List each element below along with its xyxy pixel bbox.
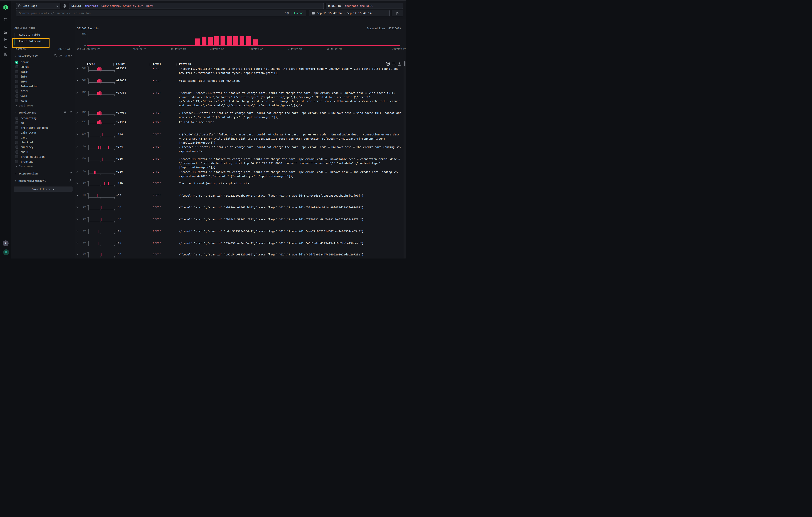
clear-all-filters-button[interactable]: Clear all — [58, 48, 72, 51]
chevron-right-icon[interactable] — [14, 172, 17, 175]
user-avatar[interactable]: U — [3, 249, 9, 255]
gear-icon[interactable] — [62, 4, 66, 8]
pattern-text[interactable]: The credit card (ending <*> expired on <… — [179, 181, 402, 186]
sql-mode-toggle[interactable]: SQL — [285, 11, 289, 15]
pin-icon[interactable] — [69, 172, 72, 175]
filter-option-ad[interactable]: ad — [15, 121, 24, 124]
analysis-mode-results-table[interactable]: Results Table — [19, 33, 40, 36]
checkbox[interactable] — [15, 61, 18, 64]
checkbox[interactable] — [15, 121, 18, 124]
checkbox[interactable] — [15, 155, 18, 158]
checkbox[interactable] — [15, 94, 18, 97]
filter-option-warn[interactable]: warn — [15, 94, 27, 97]
table-row[interactable]: 60~58error{"level":"error","span_id":"33… — [75, 241, 406, 245]
source-select[interactable]: Demo Logs — [16, 3, 60, 9]
filter-group-name[interactable]: ScopeVersion — [19, 172, 38, 175]
table-row[interactable]: 60~116errorThe credit card (ending <*> e… — [75, 181, 406, 185]
filter-option-cainjector[interactable]: cainjector — [15, 131, 36, 134]
checkbox[interactable] — [15, 70, 18, 73]
show-more-link[interactable]: Load more — [15, 104, 33, 107]
table-row[interactable]: 60~174error×{"code":13,"details":"failed… — [75, 145, 406, 149]
chevron-down-icon[interactable] — [14, 55, 17, 57]
filter-group-name[interactable]: ResourceSchemaUrl — [19, 179, 46, 182]
filter-option-artillery-loadgen[interactable]: artillery-loadgen — [15, 126, 48, 130]
checkbox[interactable] — [15, 75, 18, 78]
pattern-text[interactable]: Failed to place order — [179, 120, 402, 124]
pattern-text[interactable]: {"code":13,"details":"failed to charge c… — [179, 67, 402, 75]
filter-option-cart[interactable]: cart — [15, 136, 27, 139]
filter-group-name[interactable]: SeverityText — [19, 55, 38, 58]
hyperdx-logo-icon[interactable] — [3, 5, 8, 10]
pattern-text[interactable]: {"level":"error","span_id":"6b64c6c58842… — [179, 218, 402, 222]
pattern-text[interactable]: {"level":"error","span_id":"b92b54b6882b… — [179, 253, 402, 257]
pattern-text[interactable]: {"code":13,"details":"failed to charge c… — [179, 157, 402, 170]
filter-option-ERROR[interactable]: ERROR — [15, 65, 29, 68]
table-row[interactable]: 180~174error×{"code":13,"details":"faile… — [75, 133, 406, 136]
pin-icon[interactable] — [59, 54, 62, 58]
checkbox[interactable] — [15, 131, 18, 134]
pattern-text[interactable]: ×{"code":13,"details":"failed to charge … — [179, 111, 402, 119]
checkbox[interactable] — [15, 146, 18, 149]
checkbox[interactable] — [15, 89, 18, 93]
filter-option-email[interactable]: email — [15, 150, 29, 153]
pattern-text[interactable]: {"level":"error","span_id":"eb870ecef063… — [179, 205, 402, 210]
checkbox[interactable] — [15, 65, 18, 68]
filter-option-checkout[interactable]: checkout — [15, 141, 33, 144]
checkbox[interactable] — [15, 126, 18, 130]
checkbox[interactable] — [15, 117, 18, 120]
logs-icon[interactable] — [4, 31, 7, 34]
pattern-text[interactable]: Visa cache full: cannot add new item. — [179, 79, 402, 83]
table-row[interactable]: 24K~98058errorVisa cache full: cannot ad… — [75, 79, 406, 83]
order-by-input[interactable]: ORDER BY TimestampTime DESC — [326, 3, 403, 9]
checkbox[interactable] — [15, 85, 18, 88]
table-row[interactable]: 22K~97360error{"error":{"code":13,"detai… — [75, 91, 406, 95]
filter-group-name[interactable]: ServiceName — [19, 111, 36, 114]
filter-option-trace[interactable]: trace — [15, 89, 29, 93]
checkbox[interactable] — [15, 80, 18, 83]
checkbox[interactable] — [15, 136, 18, 139]
table-row[interactable]: 22K~98523error{"code":13,"details":"fail… — [75, 67, 406, 71]
table-row[interactable]: 22K~95441errorFailed to place order — [75, 120, 406, 124]
time-range-picker[interactable]: Sep 11 15:47:14 - Sep 12 15:47:14 — [309, 10, 389, 17]
select-clause-input[interactable]: SELECT Timestamp, ServiceName, SeverityT… — [69, 3, 324, 9]
filter-option-fatal[interactable]: fatal — [15, 70, 29, 73]
chevron-right-icon[interactable] — [14, 180, 17, 182]
filter-option-frontend[interactable]: frontend — [15, 160, 33, 163]
filter-option-Information[interactable]: Information — [15, 85, 38, 88]
analysis-mode-event-patterns[interactable]: Event Patterns — [19, 39, 41, 43]
dashboards-icon[interactable] — [4, 52, 7, 56]
table-row[interactable]: 60~58error{"level":"error","span_id":"6b… — [75, 218, 406, 221]
pattern-text[interactable]: {"level":"error","span_id":"0c11220615ba… — [179, 194, 402, 198]
search-icon[interactable] — [64, 111, 67, 114]
chevron-down-icon[interactable] — [14, 111, 17, 114]
show-more-link[interactable]: Show more — [15, 165, 33, 168]
more-filters-button[interactable]: More filters — [14, 186, 72, 192]
table-row[interactable]: 60~116error{"code":13,"details":"failed … — [75, 170, 406, 174]
pin-icon[interactable] — [69, 179, 72, 182]
search-icon[interactable] — [54, 54, 57, 58]
filter-option-WARN[interactable]: WARN — [15, 99, 27, 102]
pattern-text[interactable]: {"error":{"code":13,"details":"failed to… — [179, 91, 402, 108]
table-row[interactable]: 60~58error{"level":"error","span_id":"0c… — [75, 194, 406, 198]
filter-option-error[interactable]: error — [15, 61, 29, 64]
table-row[interactable]: 60~58error{"level":"error","span_id":"b9… — [75, 253, 406, 256]
table-row[interactable]: 60~58error{"level":"error","span_id":"eb… — [75, 205, 406, 209]
checkbox[interactable] — [15, 160, 18, 163]
chart-icon[interactable] — [4, 38, 7, 41]
pattern-text[interactable]: {"level":"error","span_id":"cddc331329e6… — [179, 229, 402, 234]
pattern-text[interactable]: ×{"code":13,"details":"failed to charge … — [179, 133, 402, 145]
scrollbar-thumb[interactable] — [404, 61, 405, 66]
table-row[interactable]: 60~58error{"level":"error","span_id":"cd… — [75, 229, 406, 233]
scrollbar-track[interactable] — [404, 61, 406, 258]
pin-icon[interactable] — [69, 111, 72, 114]
search-input[interactable]: Search your events w/ Lucene ex. column:… — [16, 10, 306, 17]
filter-option-info[interactable]: info — [15, 75, 27, 78]
run-query-button[interactable] — [392, 10, 403, 17]
filter-option-accounting[interactable]: accounting — [15, 117, 36, 120]
table-row[interactable]: 120~116error{"code":13,"details":"failed… — [75, 157, 406, 161]
clear-group-button[interactable]: Clear — [64, 55, 72, 57]
pattern-text[interactable]: {"level":"error","span_id":"334357bae9ed… — [179, 241, 402, 246]
checkbox[interactable] — [15, 99, 18, 102]
lucene-mode-toggle[interactable]: Lucene — [294, 11, 303, 15]
checkbox[interactable] — [15, 141, 18, 144]
